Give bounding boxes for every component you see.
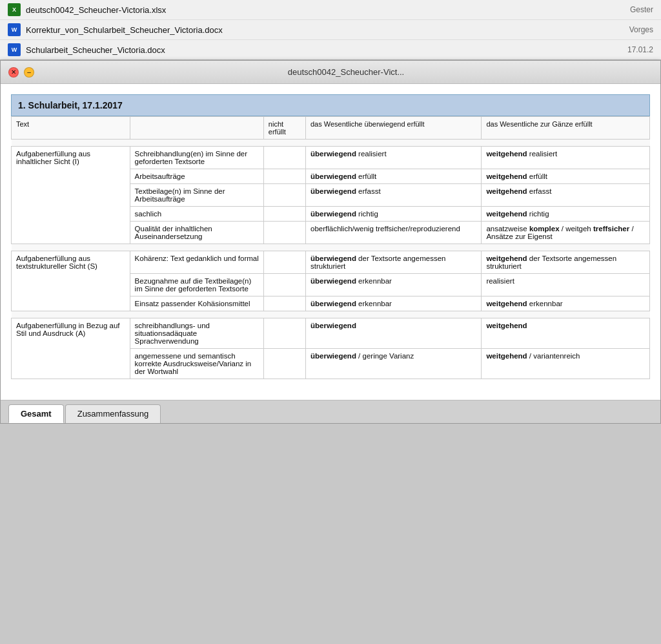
nicht-2-1	[263, 251, 305, 274]
sub-1-4: sachlich	[130, 207, 263, 222]
main-window: ✕ – deutsch0042_Scheucher-Vict... 1. Sch…	[0, 60, 661, 424]
nicht-2-3	[263, 296, 305, 311]
minimize-button[interactable]: –	[24, 67, 34, 78]
category-2: Aufgabenerfüllung aus textstruktureller …	[12, 251, 130, 311]
file-date-docx2: 17.01.2	[627, 45, 653, 54]
header-col1: Text	[12, 117, 130, 140]
header-col2	[130, 117, 263, 140]
file-name-docx2: Schularbeit_Scheucher_Victoria.docx	[26, 45, 165, 55]
window-title: deutsch0042_Scheucher-Vict...	[39, 67, 653, 77]
file-item-docx1[interactable]: W Korrektur_von_Schularbeit_Scheucher_Vi…	[0, 20, 661, 40]
tab-bar: Gesamt Zusammenfassung	[1, 400, 660, 423]
nicht-1-5	[263, 222, 305, 244]
sub-3-2: angemessene und semantisch korrekte Ausd…	[130, 349, 263, 379]
wesentlich-1-1: überwiegend realisiert	[305, 147, 481, 169]
sub-1-2: Arbeitsaufträge	[130, 169, 263, 184]
category-3: Aufgabenerfüllung in Bezug auf Stil und …	[12, 318, 130, 379]
ganze-2-1: weitgehend der Textsorte angemessen stru…	[482, 251, 650, 274]
category-1: Aufgabenerfüllung aus inhaltlicher Sicht…	[12, 147, 130, 244]
sub-3-1: schreibhandlungs- und situationsadäquate…	[130, 318, 263, 349]
xlsx-icon: X	[8, 3, 21, 16]
ganze-1-3: weitgehend erfasst	[482, 184, 650, 207]
wesentlich-1-2: überwiegend erfüllt	[305, 169, 481, 184]
ganze-1-5: ansatzweise komplex / weitgeh treffsiche…	[482, 222, 650, 244]
file-date-docx1: Vorges	[629, 25, 653, 34]
nicht-3-2	[263, 349, 305, 379]
docx-icon-1: W	[8, 23, 21, 36]
nicht-1-1	[263, 147, 305, 169]
ganze-1-4: weitgehend richtig	[482, 207, 650, 222]
tab-gesamt[interactable]: Gesamt	[8, 404, 64, 423]
wesentlich-1-5: oberflächlich/wenig treffsicher/reproduz…	[305, 222, 481, 244]
close-button[interactable]: ✕	[8, 67, 19, 78]
wesentlich-2-3: überwiegend erkennbar	[305, 296, 481, 311]
sub-1-1: Schreibhandlung(en) im Sinne der geforde…	[130, 147, 263, 169]
spacer-row-3	[12, 311, 650, 318]
table-header-row: Text nicht erfüllt das Wesentliche überw…	[12, 117, 650, 140]
sub-2-1: Kohärenz: Text gedanklich und formal	[130, 251, 263, 274]
nicht-2-2	[263, 274, 305, 296]
tab-zusammenfassung[interactable]: Zusammenfassung	[65, 404, 161, 423]
wesentlich-3-2: überwiegend / geringe Varianz	[305, 349, 481, 379]
sub-2-3: Einsatz passender Kohäsionsmittel	[130, 296, 263, 311]
ganze-1-2: weitgehend erfüllt	[482, 169, 650, 184]
sub-2-2: Bezugnahme auf die Textbeilage(n) im Sin…	[130, 274, 263, 296]
file-name-docx1: Korrektur_von_Schularbeit_Scheucher_Vict…	[26, 25, 223, 35]
wesentlich-2-1: überwiegend der Textsorte angemessen str…	[305, 251, 481, 274]
ganze-1-1: weitgehend realisiert	[482, 147, 650, 169]
spacer-row-1	[12, 140, 650, 147]
ganze-3-2: weitgehend / variantenreich	[482, 349, 650, 379]
table-row: Aufgabenerfüllung aus textstruktureller …	[12, 251, 650, 274]
wesentlich-3-1: überwiegend	[305, 318, 481, 349]
header-col4: das Wesentliche überwiegend erfüllt	[305, 117, 481, 140]
wesentlich-2-2: überwiegend erkennbar	[305, 274, 481, 296]
main-table: Text nicht erfüllt das Wesentliche überw…	[11, 116, 650, 379]
wesentlich-1-4: überwiegend richtig	[305, 207, 481, 222]
table-row: Aufgabenerfüllung in Bezug auf Stil und …	[12, 318, 650, 349]
spacer-row-2	[12, 244, 650, 251]
sub-1-3: Textbeilage(n) im Sinne der Arbeitsauftr…	[130, 184, 263, 207]
nicht-1-3	[263, 184, 305, 207]
header-col5: das Wesentliche zur Gänze erfüllt	[482, 117, 650, 140]
window-titlebar: ✕ – deutsch0042_Scheucher-Vict...	[1, 61, 660, 84]
file-item-xlsx[interactable]: X deutsch0042_Scheucher-Victoria.xlsx Ge…	[0, 0, 661, 20]
file-item-docx2[interactable]: W Schularbeit_Scheucher_Victoria.docx 17…	[0, 40, 661, 59]
file-list: X deutsch0042_Scheucher-Victoria.xlsx Ge…	[0, 0, 661, 60]
nicht-3-1	[263, 318, 305, 349]
table-row: Aufgabenerfüllung aus inhaltlicher Sicht…	[12, 147, 650, 169]
doc-content: 1. Schularbeit, 17.1.2017 Text nicht erf…	[1, 84, 660, 400]
section-header: 1. Schularbeit, 17.1.2017	[11, 94, 650, 116]
ganze-2-2: realisiert	[482, 274, 650, 296]
header-col3: nicht erfüllt	[263, 117, 305, 140]
file-name-xlsx: deutsch0042_Scheucher-Victoria.xlsx	[26, 5, 166, 15]
ganze-3-1: weitgehend	[482, 318, 650, 349]
docx-icon-2: W	[8, 43, 21, 56]
nicht-1-2	[263, 169, 305, 184]
sub-1-5: Qualität der inhaltlichen Auseinanderset…	[130, 222, 263, 244]
nicht-1-4	[263, 207, 305, 222]
wesentlich-1-3: überwiegend erfasst	[305, 184, 481, 207]
ganze-2-3: weitgehend erkennbar	[482, 296, 650, 311]
file-date-xlsx: Gester	[630, 5, 653, 14]
